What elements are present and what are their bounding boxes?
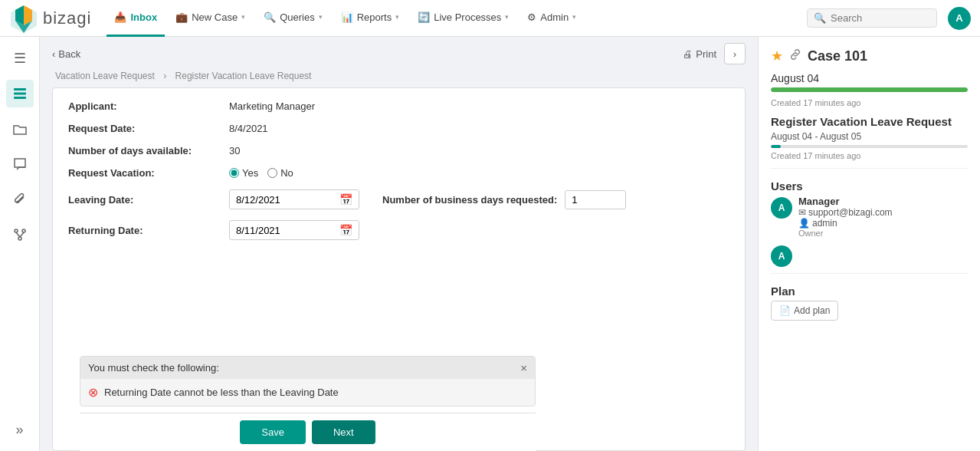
returning-date-row: Returning Date: 📅: [68, 220, 729, 240]
toast-notification: You must check the following: × ⊗ Return…: [80, 356, 536, 407]
nav-queries[interactable]: 🔍 Queries ▾: [256, 0, 330, 37]
case-header: ★ Case 101: [771, 48, 968, 64]
plan-section: Plan 📄 Add plan: [771, 285, 968, 321]
nav-new-case[interactable]: 💼 New Case ▾: [168, 0, 253, 37]
task-progress-bar: [771, 145, 968, 148]
bottom-action-bar: Save Next: [80, 413, 536, 451]
applicant-row: Applicant: Marketing Manager: [68, 100, 729, 112]
briefcase-icon: 💼: [175, 12, 188, 23]
case-date-label: August 04: [771, 72, 968, 84]
sidebar-item-folder[interactable]: [6, 115, 34, 143]
users-section-title: Users: [771, 179, 968, 193]
leaving-calendar-icon[interactable]: 📅: [339, 193, 352, 206]
next-button[interactable]: Next: [312, 420, 375, 444]
case-created-text: Created 17 minutes ago: [771, 98, 968, 107]
request-vacation-label: Request Vacation:: [68, 167, 221, 179]
print-icon: 🖨: [683, 48, 693, 60]
nav-inbox[interactable]: 📥 Inbox: [107, 0, 165, 37]
leaving-date-field[interactable]: [236, 194, 339, 206]
leaving-date-row: Leaving Date: 📅 Number of business days …: [68, 189, 729, 209]
leaving-date-label: Leaving Date:: [68, 194, 221, 206]
business-days-input[interactable]: [565, 190, 626, 209]
print-button[interactable]: 🖨 Print: [683, 48, 716, 60]
expand-button[interactable]: ›: [724, 43, 746, 64]
gear-icon: ⚙: [527, 12, 536, 23]
radio-no[interactable]: No: [267, 167, 293, 179]
business-days-label: Number of business days requested:: [382, 194, 557, 206]
business-days-group: Number of business days requested:: [382, 190, 626, 209]
user-avatar-manager: A: [771, 197, 792, 219]
user-email-manager: ✉ support@bizagi.com: [798, 207, 893, 218]
back-link[interactable]: ‹ Back: [52, 48, 80, 60]
case-progress-bar: [771, 87, 968, 92]
folder-icon: [12, 121, 28, 137]
leaving-date-input[interactable]: 📅: [229, 189, 359, 209]
request-date-label: Request Date:: [68, 123, 221, 134]
link-icon: [789, 48, 801, 61]
sidebar-item-menu[interactable]: ☰: [6, 44, 34, 72]
toast-close-button[interactable]: ×: [520, 361, 527, 374]
logo-text: bizagi: [43, 8, 91, 28]
new-case-caret: ▾: [241, 13, 245, 21]
svg-line-10: [16, 232, 20, 237]
user-row-manager: A Manager ✉ support@bizagi.com 👤 admin O…: [771, 196, 968, 238]
divider-plan: [771, 273, 968, 274]
sidebar-expand[interactable]: »: [6, 416, 34, 443]
user-tag-manager: Owner: [798, 229, 893, 238]
save-button[interactable]: Save: [240, 420, 306, 444]
search-box[interactable]: 🔍: [807, 8, 937, 28]
applicant-label: Applicant:: [68, 100, 221, 112]
request-vacation-row: Request Vacation: Yes No: [68, 167, 729, 179]
add-plan-button[interactable]: 📄 Add plan: [771, 301, 838, 321]
svg-rect-6: [14, 97, 26, 99]
radio-yes[interactable]: Yes: [229, 167, 258, 179]
returning-date-field[interactable]: [236, 225, 339, 236]
star-icon[interactable]: ★: [771, 48, 783, 64]
nav-live-processes[interactable]: 🔄 Live Processes ▾: [410, 0, 516, 37]
breadcrumb: Vacation Leave Request › Register Vacati…: [40, 71, 758, 87]
task-progress-fill: [771, 145, 781, 148]
toast-header: You must check the following: ×: [80, 357, 535, 379]
user-avatar-second: A: [771, 245, 792, 267]
sidebar-icons: ☰: [0, 37, 40, 451]
days-available-value: 30: [229, 145, 240, 156]
task-created-text: Created 17 minutes ago: [771, 151, 968, 160]
search-input[interactable]: [831, 12, 930, 24]
divider: [771, 168, 968, 169]
content-header: ‹ Back 🖨 Print ›: [40, 37, 758, 71]
nav-reports[interactable]: 📊 Reports ▾: [333, 0, 408, 37]
request-date-value: 8/4/2021: [229, 123, 268, 134]
chart-icon: 📊: [341, 12, 353, 23]
back-chevron-icon: ‹: [52, 48, 55, 60]
bizagi-logo-icon: [9, 4, 38, 33]
sidebar-item-branch[interactable]: [6, 221, 34, 249]
main-layout: ☰: [0, 37, 980, 451]
chain-icon: [789, 48, 801, 64]
add-plan-icon: 📄: [779, 305, 791, 316]
nav-admin[interactable]: ⚙ Admin ▾: [519, 0, 584, 37]
request-date-row: Request Date: 8/4/2021: [68, 123, 729, 134]
svg-point-7: [15, 229, 18, 232]
right-panel: ★ Case 101 August 04 Created 17 minutes …: [758, 37, 980, 451]
sidebar-item-list[interactable]: [6, 80, 34, 107]
task-date-range: August 04 - August 05: [771, 131, 968, 142]
inbox-icon: 📥: [114, 12, 126, 23]
task-section-title: Register Vacation Leave Request: [771, 115, 968, 128]
reports-caret: ▾: [395, 13, 399, 21]
user-role-manager: Manager: [798, 196, 893, 207]
request-vacation-radio-group: Yes No: [229, 167, 293, 179]
user-row-second: A: [771, 244, 968, 267]
live-icon: 🔄: [418, 12, 430, 23]
top-nav: bizagi 📥 Inbox 💼 New Case ▾ 🔍 Queries ▾ …: [0, 0, 980, 37]
returning-date-input[interactable]: 📅: [229, 220, 359, 240]
returning-calendar-icon[interactable]: 📅: [339, 224, 352, 236]
paperclip-icon: [12, 192, 28, 207]
logo-area: bizagi: [9, 4, 91, 33]
applicant-value: Marketing Manager: [229, 100, 315, 112]
svg-point-9: [18, 237, 21, 240]
sidebar-item-chat[interactable]: [6, 150, 34, 178]
days-available-label: Number of days available:: [68, 145, 221, 156]
users-section: Users A Manager ✉ support@bizagi.com 👤 a…: [771, 179, 968, 267]
user-avatar[interactable]: A: [948, 7, 971, 30]
sidebar-item-attachments[interactable]: [6, 186, 34, 213]
